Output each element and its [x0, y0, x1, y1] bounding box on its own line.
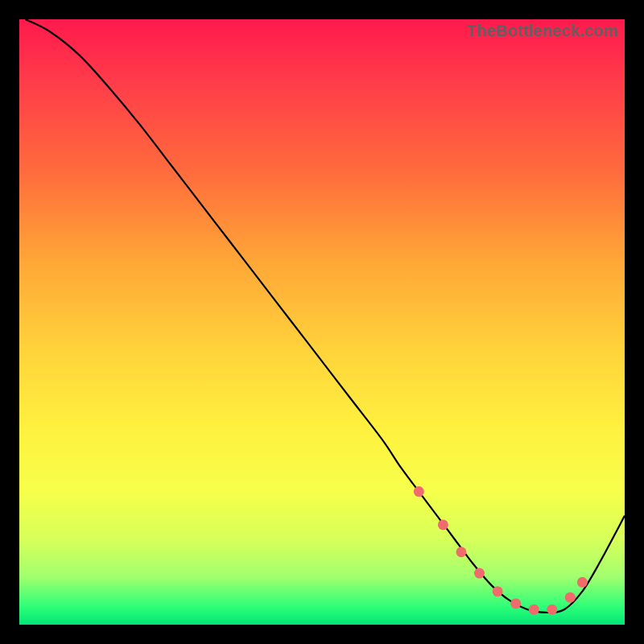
marker-dot — [565, 592, 576, 603]
marker-dot — [456, 547, 466, 557]
marker-dot — [577, 577, 588, 588]
marker-dots — [414, 486, 588, 615]
marker-dot — [547, 605, 557, 615]
chart-frame: TheBottleneck.com — [0, 0, 644, 644]
marker-dot — [529, 605, 539, 615]
chart-svg — [19, 19, 625, 625]
marker-dot — [510, 598, 521, 609]
marker-dot — [438, 519, 448, 530]
curve-line — [26, 19, 625, 613]
marker-dot — [474, 568, 485, 579]
marker-dot — [493, 586, 503, 597]
marker-dot — [414, 486, 424, 497]
plot-area: TheBottleneck.com — [19, 19, 625, 625]
